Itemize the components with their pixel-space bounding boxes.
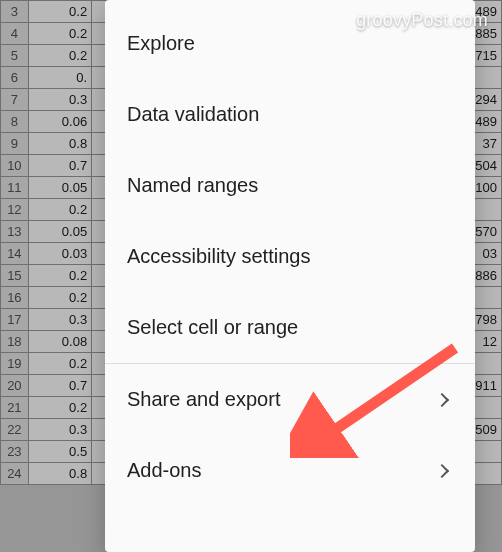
- menu-item-label: Share and export: [127, 388, 280, 411]
- row-header: 20: [1, 375, 29, 397]
- menu-item-label: Select cell or range: [127, 316, 298, 339]
- cell[interactable]: 0.: [28, 67, 91, 89]
- cell[interactable]: 0.03: [28, 243, 91, 265]
- menu-item-data-validation[interactable]: Data validation: [105, 79, 475, 150]
- cell[interactable]: 0.06: [28, 111, 91, 133]
- cell[interactable]: 0.5: [28, 441, 91, 463]
- cell[interactable]: 0.8: [28, 133, 91, 155]
- context-menu: Explore Data validation Named ranges Acc…: [105, 0, 475, 552]
- row-header: 17: [1, 309, 29, 331]
- menu-item-label: Explore: [127, 32, 195, 55]
- menu-item-add-ons[interactable]: Add-ons: [105, 435, 475, 506]
- cell[interactable]: 0.3: [28, 419, 91, 441]
- cell[interactable]: 0.7: [28, 375, 91, 397]
- cell[interactable]: 0.2: [28, 45, 91, 67]
- row-header: 5: [1, 45, 29, 67]
- menu-item-label: Accessibility settings: [127, 245, 310, 268]
- row-header: 23: [1, 441, 29, 463]
- cell[interactable]: 0.08: [28, 331, 91, 353]
- menu-item-named-ranges[interactable]: Named ranges: [105, 150, 475, 221]
- cell[interactable]: 0.2: [28, 397, 91, 419]
- row-header: 3: [1, 1, 29, 23]
- row-header: 14: [1, 243, 29, 265]
- row-header: 9: [1, 133, 29, 155]
- cell[interactable]: 0.05: [28, 177, 91, 199]
- row-header: 19: [1, 353, 29, 375]
- menu-item-share-and-export[interactable]: Share and export: [105, 364, 475, 435]
- cell[interactable]: 0.3: [28, 309, 91, 331]
- watermark: groovyPost.com: [356, 10, 488, 31]
- cell[interactable]: 0.7: [28, 155, 91, 177]
- row-header: 6: [1, 67, 29, 89]
- cell[interactable]: 0.2: [28, 287, 91, 309]
- row-header: 16: [1, 287, 29, 309]
- row-header: 15: [1, 265, 29, 287]
- row-header: 24: [1, 463, 29, 485]
- row-header: 4: [1, 23, 29, 45]
- row-header: 11: [1, 177, 29, 199]
- row-header: 10: [1, 155, 29, 177]
- cell[interactable]: 0.2: [28, 353, 91, 375]
- menu-item-select-cell-or-range[interactable]: Select cell or range: [105, 292, 475, 363]
- menu-item-accessibility-settings[interactable]: Accessibility settings: [105, 221, 475, 292]
- cell[interactable]: 0.3: [28, 89, 91, 111]
- menu-item-label: Named ranges: [127, 174, 258, 197]
- row-header: 12: [1, 199, 29, 221]
- row-header: 18: [1, 331, 29, 353]
- chevron-right-icon: [435, 463, 449, 477]
- row-header: 7: [1, 89, 29, 111]
- cell[interactable]: 0.2: [28, 1, 91, 23]
- row-header: 13: [1, 221, 29, 243]
- cell[interactable]: 0.2: [28, 23, 91, 45]
- cell[interactable]: 0.2: [28, 199, 91, 221]
- row-header: 21: [1, 397, 29, 419]
- menu-item-label: Data validation: [127, 103, 259, 126]
- menu-item-label: Add-ons: [127, 459, 202, 482]
- row-header: 22: [1, 419, 29, 441]
- cell[interactable]: 0.2: [28, 265, 91, 287]
- cell[interactable]: 0.05: [28, 221, 91, 243]
- chevron-right-icon: [435, 392, 449, 406]
- row-header: 8: [1, 111, 29, 133]
- cell[interactable]: 0.8: [28, 463, 91, 485]
